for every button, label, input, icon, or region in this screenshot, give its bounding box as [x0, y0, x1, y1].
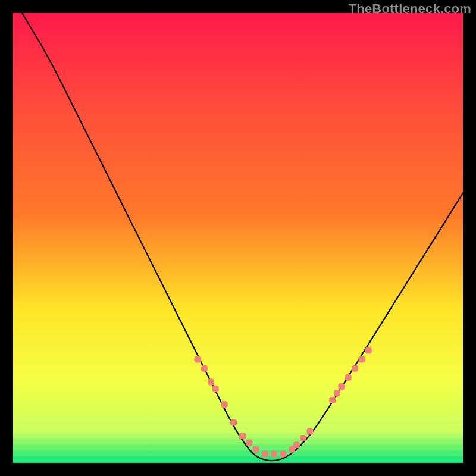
highlight-dot	[271, 450, 277, 457]
highlight-dot	[194, 356, 201, 363]
highlight-dot	[239, 433, 246, 439]
highlight-dot	[212, 386, 219, 392]
accent-stripe	[13, 459, 463, 462]
highlight-dot	[246, 439, 252, 446]
highlight-dot	[208, 378, 214, 385]
highlight-dot	[306, 428, 313, 435]
highlight-dot	[221, 401, 228, 408]
chart-svg	[13, 13, 463, 463]
highlight-dot	[365, 347, 372, 354]
accent-stripe	[13, 430, 463, 432]
highlight-dot	[334, 390, 340, 396]
highlight-dot	[262, 450, 268, 457]
accent-stripe	[13, 424, 463, 426]
highlight-dot	[253, 446, 259, 453]
highlight-dot	[329, 397, 336, 403]
plot-area	[13, 13, 463, 463]
accent-stripe	[13, 447, 463, 450]
gradient-background	[13, 13, 463, 463]
highlight-dot	[345, 374, 352, 381]
highlight-dot	[352, 365, 358, 372]
watermark-label: TheBottleneck.com	[349, 1, 471, 17]
accent-stripe	[13, 436, 463, 438]
accent-stripe	[13, 453, 463, 456]
accent-stripe	[13, 418, 463, 420]
highlight-dot	[300, 435, 306, 441]
accent-stripe	[13, 441, 463, 444]
highlight-dot	[293, 441, 300, 448]
highlight-dot	[201, 365, 208, 372]
highlight-dot	[230, 419, 237, 425]
highlight-dot	[280, 450, 286, 457]
highlight-dot	[338, 383, 345, 390]
highlight-dot	[358, 356, 365, 363]
chart-frame: TheBottleneck.com	[0, 0, 476, 476]
